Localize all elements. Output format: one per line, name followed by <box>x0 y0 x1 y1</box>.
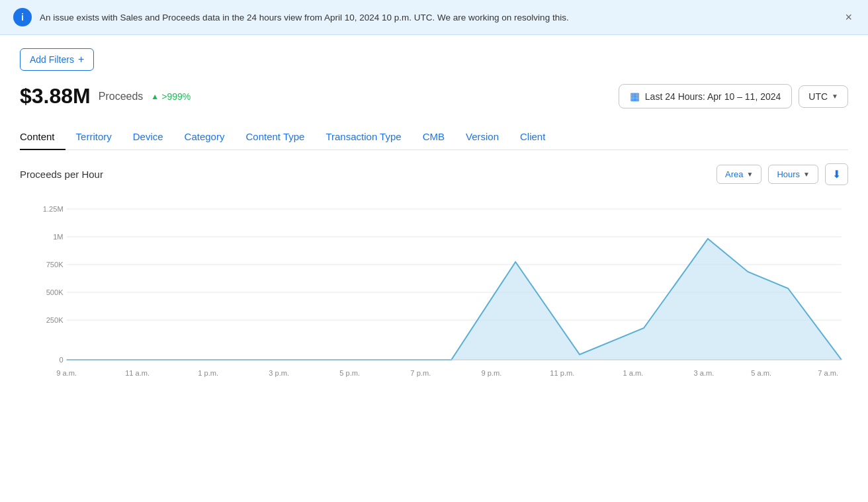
chevron-down-icon: ▼ <box>803 171 810 178</box>
calendar-icon: ▦ <box>630 90 640 103</box>
alert-close-button[interactable]: × <box>842 11 855 24</box>
tab-device[interactable]: Device <box>122 124 174 150</box>
chart-svg: 1.25M 1M 750K 500K 250K 0 <box>20 196 848 394</box>
chart-title: Proceeds per Hour <box>20 169 103 180</box>
chart-time-button[interactable]: Hours ▼ <box>768 165 818 184</box>
add-filters-label: Add Filters <box>30 54 74 65</box>
svg-text:5 a.m.: 5 a.m. <box>751 369 771 377</box>
alert-message: An issue exists with Sales and Proceeds … <box>40 13 569 22</box>
chart-section: Proceeds per Hour Area ▼ Hours ▼ ⬇ <box>20 163 848 396</box>
chart-time-label: Hours <box>777 169 800 179</box>
svg-text:1.25M: 1.25M <box>43 205 64 213</box>
svg-text:250K: 250K <box>46 316 64 324</box>
alert-banner: i An issue exists with Sales and Proceed… <box>0 0 868 35</box>
filters-row: Add Filters + <box>20 48 848 71</box>
svg-text:1 p.m.: 1 p.m. <box>198 369 218 377</box>
tab-category[interactable]: Category <box>174 124 236 150</box>
timezone-button[interactable]: UTC ▼ <box>799 85 848 108</box>
svg-text:9 a.m.: 9 a.m. <box>56 369 77 377</box>
chart-area-fill <box>67 239 842 360</box>
svg-text:1M: 1M <box>53 233 63 241</box>
svg-text:750K: 750K <box>46 261 64 269</box>
tab-client[interactable]: Client <box>509 124 556 150</box>
info-icon: i <box>13 8 32 26</box>
metrics-row: $3.88M Proceeds ▲ >999% ▦ Last 24 Hours:… <box>20 84 848 108</box>
add-filters-button[interactable]: Add Filters + <box>20 48 94 71</box>
tab-cmb[interactable]: CMB <box>412 124 455 150</box>
chart-controls: Area ▼ Hours ▼ ⬇ <box>716 163 848 185</box>
svg-text:9 p.m.: 9 p.m. <box>481 369 501 377</box>
proceeds-change: ▲ >999% <box>151 91 191 102</box>
chart-header: Proceeds per Hour Area ▼ Hours ▼ ⬇ <box>20 163 848 185</box>
tabs-row: Content Territory Device Category Conten… <box>20 124 848 150</box>
tab-content-type[interactable]: Content Type <box>235 124 315 150</box>
svg-text:0: 0 <box>59 356 63 364</box>
svg-text:1 a.m.: 1 a.m. <box>623 369 643 377</box>
svg-text:3 a.m.: 3 a.m. <box>693 369 714 377</box>
svg-text:5 p.m.: 5 p.m. <box>339 369 360 377</box>
chevron-down-icon: ▼ <box>747 171 754 178</box>
svg-text:500K: 500K <box>46 288 64 296</box>
date-range-label: Last 24 Hours: Apr 10 – 11, 2024 <box>645 91 781 102</box>
proceeds-label: Proceeds <box>99 91 144 103</box>
svg-text:11 p.m.: 11 p.m. <box>550 369 574 377</box>
proceeds-amount: $3.88M <box>20 84 91 108</box>
date-controls: ▦ Last 24 Hours: Apr 10 – 11, 2024 UTC ▼ <box>619 84 848 108</box>
proceeds-info: $3.88M Proceeds ▲ >999% <box>20 84 191 108</box>
trend-up-icon: ▲ <box>151 92 159 101</box>
tab-transaction-type[interactable]: Transaction Type <box>315 124 412 150</box>
tab-content[interactable]: Content <box>20 124 65 150</box>
download-button[interactable]: ⬇ <box>825 163 848 185</box>
svg-text:3 p.m.: 3 p.m. <box>269 369 289 377</box>
download-icon: ⬇ <box>832 169 841 180</box>
plus-icon: + <box>78 54 84 65</box>
svg-text:7 a.m.: 7 a.m. <box>818 369 838 377</box>
tab-territory[interactable]: Territory <box>65 124 122 150</box>
svg-text:7 p.m.: 7 p.m. <box>410 369 431 377</box>
alert-content: i An issue exists with Sales and Proceed… <box>13 8 569 26</box>
chevron-down-icon: ▼ <box>832 93 838 100</box>
chart-view-button[interactable]: Area ▼ <box>716 165 761 184</box>
main-content: Add Filters + $3.88M Proceeds ▲ >999% ▦ … <box>0 35 868 409</box>
timezone-label: UTC <box>808 91 828 102</box>
svg-text:11 a.m.: 11 a.m. <box>125 369 150 377</box>
chart-container: 1.25M 1M 750K 500K 250K 0 <box>20 196 848 396</box>
chart-view-label: Area <box>725 169 743 179</box>
proceeds-change-value: >999% <box>161 91 191 102</box>
date-range-button[interactable]: ▦ Last 24 Hours: Apr 10 – 11, 2024 <box>619 84 792 108</box>
tab-version[interactable]: Version <box>455 124 509 150</box>
